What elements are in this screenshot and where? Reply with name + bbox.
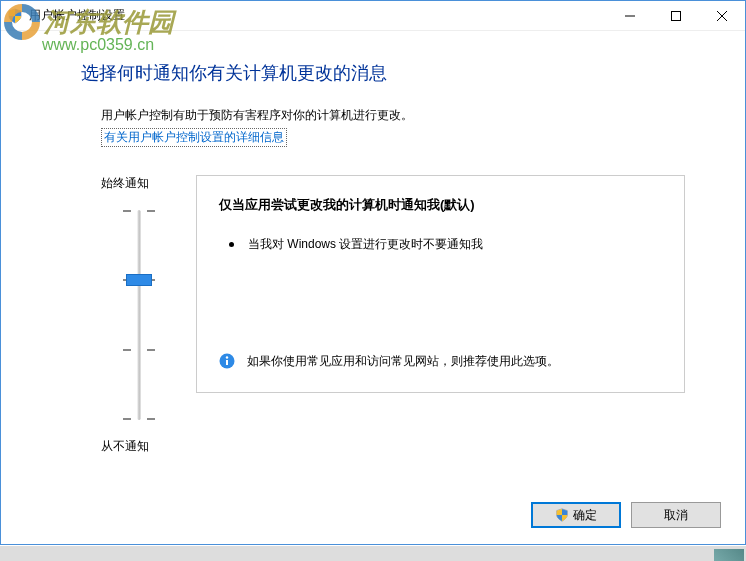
cancel-button[interactable]: 取消 bbox=[631, 502, 721, 528]
slider-thumb[interactable] bbox=[126, 274, 152, 286]
dialog-buttons: 确定 取消 bbox=[531, 502, 721, 528]
svg-point-5 bbox=[226, 356, 228, 358]
taskbar-fragment bbox=[0, 546, 746, 561]
details-link[interactable]: 有关用户帐户控制设置的详细信息 bbox=[101, 128, 287, 147]
uac-settings-window: 用户帐户控制设置 选择何时通知你有关计算机更改的消息 用户帐户控制有助于预防有害… bbox=[0, 0, 746, 545]
slider-label-never: 从不通知 bbox=[101, 438, 149, 455]
page-subtext: 用户帐户控制有助于预防有害程序对你的计算机进行更改。 bbox=[101, 107, 685, 124]
maximize-button[interactable] bbox=[653, 1, 699, 31]
setting-detail: 当我对 Windows 设置进行更改时不要通知我 bbox=[248, 236, 483, 253]
bullet-icon bbox=[229, 242, 234, 247]
content-area: 选择何时通知你有关计算机更改的消息 用户帐户控制有助于预防有害程序对你的计算机进… bbox=[1, 31, 745, 455]
ok-button-label: 确定 bbox=[573, 507, 597, 524]
recommendation-text: 如果你使用常见应用和访问常见网站，则推荐使用此选项。 bbox=[247, 352, 559, 370]
page-heading: 选择何时通知你有关计算机更改的消息 bbox=[81, 61, 685, 85]
minimize-button[interactable] bbox=[607, 1, 653, 31]
info-icon bbox=[219, 353, 235, 369]
slider-track[interactable] bbox=[119, 210, 159, 420]
close-button[interactable] bbox=[699, 1, 745, 31]
uac-shield-icon bbox=[555, 508, 569, 522]
svg-rect-1 bbox=[672, 11, 681, 20]
window-title: 用户帐户控制设置 bbox=[29, 7, 607, 24]
ok-button[interactable]: 确定 bbox=[531, 502, 621, 528]
cancel-button-label: 取消 bbox=[664, 507, 688, 524]
setting-title: 仅当应用尝试更改我的计算机时通知我(默认) bbox=[219, 196, 662, 214]
titlebar: 用户帐户控制设置 bbox=[1, 1, 745, 31]
notification-slider: 始终通知 从不通知 bbox=[81, 175, 196, 455]
uac-shield-icon bbox=[7, 8, 23, 24]
slider-label-always: 始终通知 bbox=[101, 175, 149, 192]
setting-description-panel: 仅当应用尝试更改我的计算机时通知我(默认) 当我对 Windows 设置进行更改… bbox=[196, 175, 685, 393]
svg-rect-6 bbox=[226, 360, 228, 365]
